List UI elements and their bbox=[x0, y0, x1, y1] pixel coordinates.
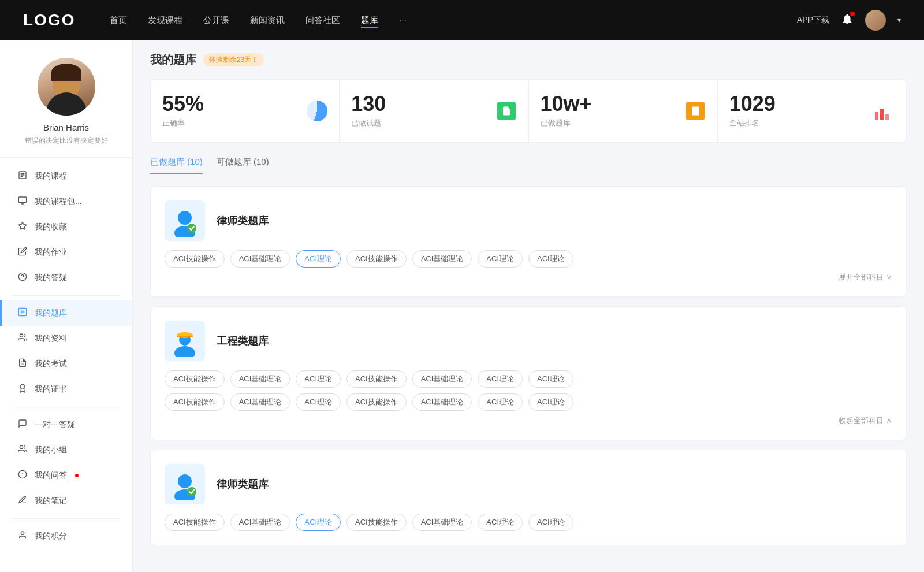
tag-active-3[interactable]: ACI理论 bbox=[296, 514, 341, 531]
quiz-card-header-3: 律师类题库 bbox=[165, 464, 892, 504]
pie-chart-icon bbox=[307, 101, 327, 121]
svg-point-22 bbox=[21, 532, 24, 534]
group-icon bbox=[17, 444, 28, 456]
nav-qa[interactable]: 问答社区 bbox=[305, 13, 340, 28]
profile-icon bbox=[17, 333, 28, 344]
stat-accuracy-text: 55% 正确率 bbox=[162, 94, 297, 128]
sidebar-label: 我的资料 bbox=[35, 333, 67, 344]
sidebar-item-my-qa[interactable]: 我的答疑 bbox=[0, 265, 132, 291]
trial-badge: 体验剩余23天！ bbox=[203, 53, 264, 66]
sidebar-label: 我的小组 bbox=[35, 445, 67, 455]
sidebar-item-my-group[interactable]: 我的小组 bbox=[0, 437, 132, 463]
tag[interactable]: ACI基础理论 bbox=[230, 250, 290, 268]
tag[interactable]: ACI技能操作 bbox=[346, 250, 407, 268]
points-icon bbox=[17, 530, 28, 542]
svg-point-18 bbox=[20, 445, 23, 448]
tag[interactable]: ACI理论 bbox=[478, 393, 523, 411]
tag-active[interactable]: ACI理论 bbox=[296, 250, 341, 268]
svg-point-26 bbox=[178, 211, 192, 225]
notification-bell[interactable] bbox=[841, 13, 854, 28]
tag[interactable]: ACI技能操作 bbox=[346, 370, 407, 388]
expand-link-1[interactable]: 展开全部科目 ∨ bbox=[165, 272, 892, 283]
nav-news[interactable]: 新闻资讯 bbox=[250, 13, 285, 28]
tag[interactable]: ACI理论 bbox=[478, 370, 523, 388]
stat-done-banks-label: 已做题库 bbox=[541, 118, 676, 128]
tag[interactable]: ACI理论 bbox=[528, 250, 573, 268]
sidebar-item-my-exam[interactable]: 我的考试 bbox=[0, 351, 132, 377]
stat-accuracy-label: 正确率 bbox=[162, 118, 297, 128]
sidebar-divider-3 bbox=[12, 518, 121, 519]
stat-done-banks-number: 10w+ bbox=[541, 94, 676, 114]
tag[interactable]: ACI基础理论 bbox=[230, 514, 290, 531]
sidebar-label: 我的证书 bbox=[35, 384, 67, 395]
sidebar-item-my-profile[interactable]: 我的资料 bbox=[0, 326, 132, 351]
tag[interactable]: ACI技能操作 bbox=[165, 393, 225, 411]
course-icon bbox=[17, 170, 28, 182]
tag[interactable]: ACI基础理论 bbox=[412, 514, 472, 531]
tag[interactable]: ACI基础理论 bbox=[230, 370, 290, 388]
sidebar-item-my-notes[interactable]: 我的笔记 bbox=[0, 488, 132, 514]
quizbank-icon bbox=[17, 307, 28, 319]
sidebar-menu: 我的课程 我的课程包... 我的收藏 我的作业 bbox=[0, 158, 132, 555]
tag[interactable]: ACI技能操作 bbox=[165, 514, 225, 531]
nav-discover[interactable]: 发现课程 bbox=[148, 13, 182, 28]
profile-avatar bbox=[38, 58, 95, 116]
quiz-card-lawyer-1: 律师类题库 ACI技能操作 ACI基础理论 ACI理论 ACI技能操作 ACI基… bbox=[150, 186, 907, 297]
quiz-card-engineer-icon bbox=[165, 321, 205, 361]
tag[interactable]: ACI理论 bbox=[296, 370, 341, 388]
tag[interactable]: ACI技能操作 bbox=[165, 370, 225, 388]
sidebar-label: 我的答疑 bbox=[35, 273, 67, 283]
tag[interactable]: ACI技能操作 bbox=[346, 514, 407, 531]
nav-more[interactable]: ··· bbox=[399, 13, 407, 28]
user-avatar-nav[interactable] bbox=[865, 10, 886, 31]
sidebar-item-my-homework[interactable]: 我的作业 bbox=[0, 240, 132, 265]
nav-menu: 首页 发现课程 公开课 新闻资讯 问答社区 题库 ··· bbox=[110, 13, 797, 28]
sidebar-label: 我的作业 bbox=[35, 247, 67, 258]
exam-icon bbox=[17, 358, 28, 370]
tabs-bar: 已做题库 (10) 可做题库 (10) bbox=[150, 157, 907, 174]
tag[interactable]: ACI基础理论 bbox=[412, 250, 472, 268]
tag[interactable]: ACI理论 bbox=[528, 370, 573, 388]
sidebar-label: 我的收藏 bbox=[35, 222, 67, 232]
sidebar-item-my-course[interactable]: 我的课程 bbox=[0, 164, 132, 189]
tag[interactable]: ACI理论 bbox=[528, 514, 573, 531]
main-content: 我的题库 体验剩余23天！ 55% 正确率 130 已做试题 bbox=[133, 40, 924, 572]
tag[interactable]: ACI理论 bbox=[478, 250, 523, 268]
svg-rect-32 bbox=[177, 336, 193, 337]
tab-available-banks[interactable]: 可做题库 (10) bbox=[217, 157, 269, 174]
bar-chart-icon bbox=[875, 102, 893, 120]
tag[interactable]: ACI理论 bbox=[296, 393, 341, 411]
stat-done-questions: 130 已做试题 bbox=[340, 80, 528, 142]
tag[interactable]: ACI理论 bbox=[528, 393, 573, 411]
sidebar-item-my-cert[interactable]: 我的证书 bbox=[0, 377, 132, 402]
cert-icon bbox=[17, 384, 28, 395]
stat-ranking-icon bbox=[874, 101, 895, 121]
app-download-button[interactable]: APP下载 bbox=[797, 15, 829, 25]
sidebar: Brian Harris 错误的决定比没有决定要好 我的课程 我的课程包... bbox=[0, 40, 133, 572]
sidebar-label: 我的考试 bbox=[35, 359, 67, 369]
sidebar-item-my-favorites[interactable]: 我的收藏 bbox=[0, 214, 132, 240]
sidebar-label: 我的课程包... bbox=[35, 196, 82, 207]
stat-done-questions-number: 130 bbox=[351, 94, 486, 114]
nav-quiz[interactable]: 题库 bbox=[361, 13, 378, 28]
sidebar-item-my-answers[interactable]: 我的问答 bbox=[0, 463, 132, 488]
sidebar-item-my-points[interactable]: 我的积分 bbox=[0, 523, 132, 549]
sidebar-item-my-quizbank[interactable]: 我的题库 bbox=[0, 300, 132, 326]
tag[interactable]: ACI技能操作 bbox=[346, 393, 407, 411]
tab-done-banks[interactable]: 已做题库 (10) bbox=[150, 157, 203, 174]
tag[interactable]: ACI技能操作 bbox=[165, 250, 225, 268]
collapse-link[interactable]: 收起全部科目 ∧ bbox=[165, 415, 892, 426]
nav-home[interactable]: 首页 bbox=[110, 13, 127, 28]
stat-done-banks: 10w+ 已做题库 bbox=[529, 80, 717, 142]
quiz-card-title-2: 工程类题库 bbox=[217, 334, 269, 348]
svg-point-27 bbox=[187, 224, 196, 233]
tag[interactable]: ACI理论 bbox=[478, 514, 523, 531]
tag[interactable]: ACI基础理论 bbox=[412, 370, 472, 388]
sidebar-item-one-on-one[interactable]: 一对一答疑 bbox=[0, 412, 132, 437]
sidebar-item-my-package[interactable]: 我的课程包... bbox=[0, 189, 132, 214]
stat-ranking-text: 1029 全站排名 bbox=[729, 94, 865, 128]
user-menu-chevron[interactable]: ▾ bbox=[897, 16, 901, 24]
tag[interactable]: ACI基础理论 bbox=[412, 393, 472, 411]
tag[interactable]: ACI基础理论 bbox=[230, 393, 290, 411]
nav-open-course[interactable]: 公开课 bbox=[203, 13, 229, 28]
